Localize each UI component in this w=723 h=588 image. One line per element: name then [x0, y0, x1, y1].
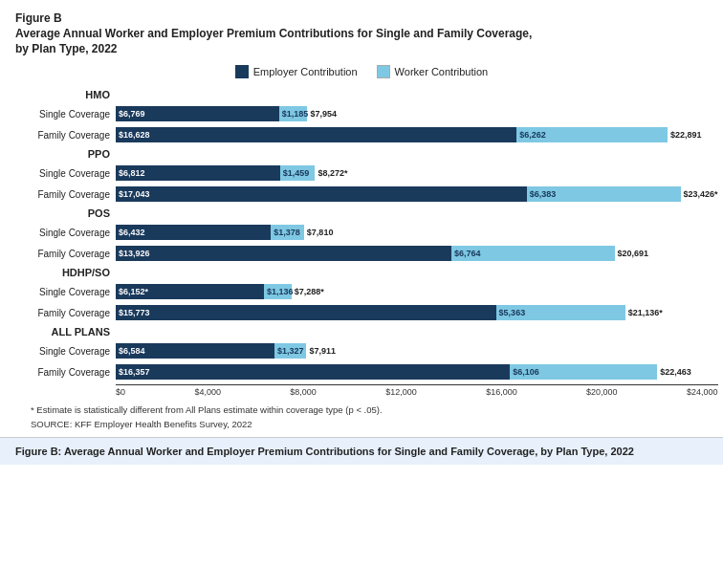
- y-labels: HMOSingle CoverageFamily CoveragePPOSing…: [25, 86, 116, 401]
- worker-legend-box: [377, 65, 390, 78]
- x-tick-label: $20,000: [586, 387, 618, 397]
- bar-row: $17,043$6,383$23,426*: [116, 184, 718, 205]
- employer-bar: $15,773: [116, 305, 496, 320]
- y-group-label: ALL PLANS: [25, 323, 116, 340]
- employer-bar-label: $6,812: [116, 168, 145, 178]
- employer-bar: $6,584: [116, 343, 274, 359]
- bar-row: $6,152*$1,136$7,288*: [116, 281, 718, 302]
- worker-legend-label: Worker Contribution: [395, 66, 489, 77]
- total-bar-label: $7,288*: [295, 287, 324, 296]
- total-bar-label: $7,911: [309, 346, 336, 356]
- x-axis-ticks: $0$4,000$8,000$12,000$16,000$20,000$24,0…: [116, 387, 718, 401]
- bar-group-spacer: [116, 145, 718, 163]
- total-bar-label: $21,136*: [628, 308, 663, 317]
- x-tick-label: $4,000: [194, 387, 221, 397]
- employer-bar-label: $6,584: [116, 346, 145, 356]
- worker-bar-label: $6,262: [516, 130, 546, 140]
- bar-group-spacer: [116, 86, 718, 103]
- y-row-label: Single Coverage: [25, 103, 116, 124]
- bar-group-spacer: [116, 264, 718, 281]
- worker-bar-label: $1,459: [280, 168, 310, 178]
- bar-group-spacer: [116, 205, 718, 222]
- total-bar-label: $22,891: [670, 130, 702, 140]
- employer-bar-label: $6,432: [116, 228, 145, 237]
- figure-title-line1: Average Annual Worker and Employer Premi…: [15, 27, 708, 40]
- worker-bar-label: $1,136: [264, 287, 294, 296]
- employer-bar-label: $16,628: [116, 130, 150, 140]
- bar-row: $6,432$1,378$7,810: [116, 222, 718, 243]
- total-bar-label: $7,954: [310, 109, 337, 119]
- y-group-label: PPO: [25, 145, 116, 163]
- total-bar-label: $20,691: [618, 249, 649, 258]
- footnote2: SOURCE: KFF Employer Health Benefits Sur…: [15, 419, 708, 429]
- y-row-label: Family Coverage: [25, 124, 116, 145]
- legend: Employer Contribution Worker Contributio…: [15, 65, 708, 78]
- employer-legend-label: Employer Contribution: [253, 66, 358, 77]
- worker-bar-label: $1,327: [274, 346, 304, 356]
- worker-bar-label: $6,106: [510, 367, 539, 377]
- bar-row: $6,769$1,185$7,954: [116, 103, 718, 124]
- bars-area: $6,769$1,185$7,954$16,628$6,262$22,891$6…: [116, 86, 718, 401]
- figure-label: Figure B: [15, 11, 708, 25]
- y-row-label: Single Coverage: [25, 163, 116, 184]
- employer-bar: $6,152*: [116, 284, 264, 299]
- worker-bar-label: $1,185: [279, 109, 309, 119]
- x-tick-label: $24,000: [687, 387, 718, 397]
- total-bar-label: $8,272*: [318, 168, 347, 178]
- figure-title-line2: by Plan Type, 2022: [15, 42, 708, 55]
- footnote1: * Estimate is statistically different fr…: [15, 404, 708, 415]
- employer-bar-label: $16,357: [116, 367, 150, 377]
- bar-group-spacer: [116, 323, 718, 340]
- worker-bar-label: $1,378: [271, 228, 300, 237]
- employer-bar: $16,357: [116, 364, 510, 380]
- total-bar-label: $23,426*: [684, 189, 718, 199]
- worker-bar-label: $5,363: [496, 308, 526, 317]
- employer-legend-box: [235, 65, 249, 78]
- bar-row: $16,628$6,262$22,891: [116, 124, 718, 145]
- bar-row: $13,926$6,764$20,691: [116, 243, 718, 264]
- employer-bar: $17,043: [116, 186, 527, 202]
- employer-bar: $13,926: [116, 246, 451, 261]
- worker-bar: $6,106: [510, 364, 657, 380]
- employer-bar: $16,628: [116, 127, 516, 142]
- employer-bar-label: $6,152*: [116, 287, 148, 296]
- y-group-label: POS: [25, 205, 116, 222]
- worker-bar: $1,459: [280, 165, 316, 181]
- main-container: Figure B Average Annual Worker and Emplo…: [0, 0, 723, 429]
- legend-employer: Employer Contribution: [235, 65, 358, 78]
- bottom-caption: Figure B: Average Annual Worker and Empl…: [0, 437, 723, 465]
- employer-bar-label: $15,773: [116, 308, 150, 317]
- chart-area: HMOSingle CoverageFamily CoveragePPOSing…: [25, 86, 708, 401]
- total-bar-label: $7,810: [307, 228, 334, 237]
- y-group-label: HDHP/SO: [25, 264, 116, 281]
- legend-worker: Worker Contribution: [377, 65, 489, 78]
- worker-bar: $5,363: [496, 305, 625, 320]
- worker-bar: $6,764: [451, 246, 615, 261]
- bar-row: $16,357$6,106$22,463: [116, 361, 718, 382]
- x-tick-label: $16,000: [486, 387, 517, 397]
- x-tick-label: $12,000: [385, 387, 417, 397]
- worker-bar: $6,383: [527, 186, 681, 202]
- y-row-label: Single Coverage: [25, 222, 116, 243]
- employer-bar: $6,812: [116, 165, 280, 181]
- x-tick-label: $8,000: [290, 387, 317, 397]
- worker-bar: $1,136: [264, 284, 292, 299]
- worker-bar: $1,378: [271, 225, 304, 240]
- employer-bar: $6,432: [116, 225, 271, 240]
- worker-bar-label: $6,764: [451, 249, 481, 258]
- y-group-label: HMO: [25, 86, 116, 103]
- bar-row: $15,773$5,363$21,136*: [116, 302, 718, 323]
- y-row-label: Family Coverage: [25, 243, 116, 264]
- employer-bar-label: $6,769: [116, 109, 145, 119]
- y-row-label: Family Coverage: [25, 184, 116, 205]
- employer-bar-label: $13,926: [116, 249, 150, 258]
- worker-bar-label: $6,383: [527, 189, 557, 199]
- bar-row: $6,584$1,327$7,911: [116, 340, 718, 361]
- y-row-label: Family Coverage: [25, 361, 116, 382]
- y-row-label: Single Coverage: [25, 340, 116, 361]
- total-bar-label: $22,463: [660, 367, 691, 377]
- y-row-label: Single Coverage: [25, 281, 116, 302]
- employer-bar: $6,769: [116, 106, 279, 121]
- y-row-label: Family Coverage: [25, 302, 116, 323]
- worker-bar: $6,262: [516, 127, 668, 142]
